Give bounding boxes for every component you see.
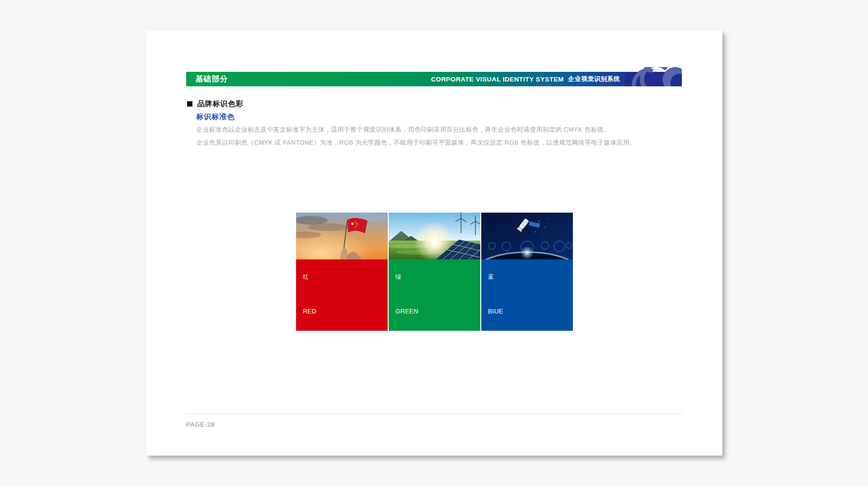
subtitle: 标识标准色 [196,112,235,122]
blue-rgb: R:0 G:78 B:162 [488,361,550,370]
intro-paragraph-1: 企业标准色以企业标志及中英文标准字为主体，适用于整个视觉识别体系，四色印刷采用百… [196,125,610,134]
red-pantone: PANTONE 2035 C [303,388,368,397]
header-band: 基础部分 CORPORATE VISUAL IDENTITY SYSTEM 企业… [186,72,682,86]
green-pantone: PANTONE 335 C [395,388,461,397]
footer-divider [186,414,682,414]
swatch-card-green: 绿 GREEN C:100 M:0 Y:100 K:0 R:0 G:153 B:… [389,213,480,331]
section-title-row: 品牌标识色彩 [187,99,244,108]
solar-wind-photo [389,213,480,259]
blue-name: BIUE [488,307,550,316]
blue-color-block: 蓝 BIUE C:100 M:70 Y:0 K:0 R:0 G:78 B:162… [481,259,573,331]
swatch-card-blue: 蓝 BIUE C:100 M:70 Y:0 K:0 R:0 G:78 B:162… [481,213,573,331]
green-cmyk: C:100 M:0 Y:100 K:0 [395,334,461,343]
satellite-photo [481,213,573,259]
swirl-decoration-icon [625,67,682,86]
page-number: PAGE-28 [186,421,215,428]
header-title: CORPORATE VISUAL IDENTITY SYSTEM 企业视觉识别系… [431,72,620,86]
red-spec: RED C:0 M:100 Y:100 K:0 R:215 G:0 B:15 P… [303,289,368,414]
blue-pantone: PANTONE 293 C [488,388,550,397]
green-label-cn: 绿 [395,273,402,281]
red-label-cn: 红 [303,273,309,281]
green-spec: GREEN C:100 M:0 Y:100 K:0 R:0 G:153 B:68… [395,289,461,414]
red-cmyk: C:0 M:100 Y:100 K:0 [303,334,368,343]
intro-paragraph-2: 企业色系以印刷色（CMYK 或 PANTONE）为准，RGB 为光学颜色，不能用… [196,138,636,147]
section-title: 品牌标识色彩 [197,99,244,108]
blue-cmyk: C:100 M:70 Y:0 K:0 [488,334,550,343]
green-rgb: R:0 G:153 B:68 [395,361,461,370]
bullet-square-icon [187,101,192,107]
swatch-card-red: 红 RED C:0 M:100 Y:100 K:0 R:215 G:0 B:15… [296,213,388,331]
red-name: RED [303,307,368,316]
header-title-cn: 企业视觉识别系统 [568,75,620,83]
blue-label-cn: 蓝 [488,273,494,281]
green-name: GREEN [395,307,461,316]
color-swatch-group: 红 RED C:0 M:100 Y:100 K:0 R:215 G:0 B:15… [296,213,573,331]
red-color-block: 红 RED C:0 M:100 Y:100 K:0 R:215 G:0 B:15… [296,259,388,331]
red-rgb: R:215 G:0 B:15 [303,361,368,370]
sunset-flag-photo [296,213,388,259]
blue-spec: BIUE C:100 M:70 Y:0 K:0 R:0 G:78 B:162 P… [488,289,550,414]
green-color-block: 绿 GREEN C:100 M:0 Y:100 K:0 R:0 G:153 B:… [389,259,480,331]
header-section-label: 基础部分 [195,72,228,86]
manual-page: 基础部分 CORPORATE VISUAL IDENTITY SYSTEM 企业… [146,30,722,456]
header-title-en: CORPORATE VISUAL IDENTITY SYSTEM [431,76,564,83]
